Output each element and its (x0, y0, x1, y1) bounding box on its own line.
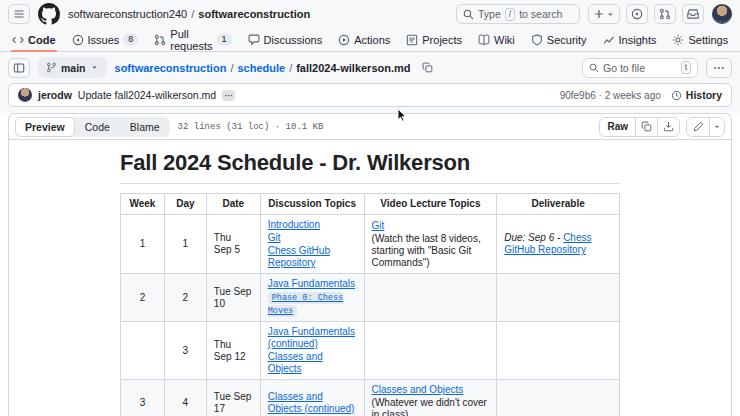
video-cell (364, 322, 497, 380)
tab-label: Code (28, 34, 56, 46)
table-row: 11Thu Sep 5IntroductionGitChess GitHub R… (121, 215, 620, 274)
schedule-table: WeekDayDateDiscussion TopicsVideo Lectur… (120, 193, 620, 416)
raw-button[interactable]: Raw (600, 118, 635, 136)
video-cell (364, 274, 497, 322)
file-actions: Raw (599, 117, 725, 137)
global-header: softwareconstruction240 / softwareconstr… (0, 0, 740, 28)
copy-icon (641, 121, 652, 132)
history-link[interactable]: History (671, 89, 722, 101)
edit-file-button[interactable] (687, 118, 709, 136)
issues-button[interactable] (626, 4, 648, 24)
tab-label: Security (547, 34, 587, 46)
context-org-link[interactable]: softwareconstruction240 (68, 8, 187, 20)
tab-label: Settings (688, 34, 728, 46)
chevron-down-icon (713, 123, 721, 131)
tab-preview[interactable]: Preview (15, 117, 75, 137)
tab-actions[interactable]: Actions (330, 28, 398, 51)
tab-wiki[interactable]: Wiki (470, 28, 523, 51)
date-cell: Thu Sep 12 (206, 322, 260, 380)
column-header: Video Lecture Topics (364, 194, 497, 215)
tab-label: Issues (88, 34, 120, 46)
create-button[interactable] (588, 4, 620, 24)
breadcrumb-file-name: fall2024-wilkerson.md (296, 62, 410, 74)
github-logo-icon[interactable] (38, 3, 60, 25)
doc-link[interactable]: Classes and Objects (268, 351, 323, 374)
markdown-preview: Fall 2024 Schedule - Dr. Wilkerson WeekD… (9, 140, 731, 416)
global-search-input[interactable]: Type / to search (456, 4, 580, 24)
pr-icon (659, 8, 671, 20)
tab-code[interactable]: Code (4, 28, 64, 51)
doc-link[interactable]: Java Fundamentals (268, 278, 355, 289)
file-view: PreviewCodeBlame 32 lines (31 loc) · 10.… (8, 113, 732, 416)
copy-path-button[interactable] (419, 58, 437, 78)
column-header: Discussion Topics (260, 194, 364, 215)
tab-label: Insights (619, 34, 657, 46)
shield-icon (531, 34, 543, 46)
tab-projects[interactable]: Projects (398, 28, 470, 51)
edit-button-group (686, 117, 725, 137)
commit-author-link[interactable]: jerodw (38, 89, 72, 101)
file-stats: 32 lines (31 loc) · 10.1 KB (178, 122, 324, 132)
tab-label: Pull requests (170, 28, 212, 52)
commit-message-link[interactable]: Update fall2024-wilkerson.md (78, 89, 216, 101)
breadcrumb-separator: / (289, 62, 292, 74)
context-repo-link[interactable]: softwareconstruction (198, 8, 310, 20)
comment-icon (248, 34, 260, 46)
breadcrumb-link[interactable]: schedule (237, 62, 285, 74)
header-actions (588, 4, 704, 24)
day-cell: 2 (164, 274, 206, 322)
deliverable-cell (497, 322, 620, 380)
file-header-band: main softwareconstruction/schedule/fall2… (0, 52, 740, 113)
table-row: 34Tue Sep 17Classes and Objects (continu… (121, 380, 620, 416)
download-icon (663, 121, 674, 132)
doc-link[interactable]: Java Fundamentals (continued) (268, 326, 355, 349)
tab-issues[interactable]: Issues8 (64, 28, 147, 51)
doc-link[interactable]: Chess GitHub Repository (268, 245, 330, 268)
copy-raw-button[interactable] (635, 118, 657, 136)
pull-requests-button[interactable] (654, 4, 676, 24)
tab-security[interactable]: Security (523, 28, 595, 51)
commit-author-avatar[interactable] (18, 88, 32, 102)
tab-discussions[interactable]: Discussions (240, 28, 331, 51)
discussion-cell: IntroductionGitChess GitHub Repository (260, 215, 364, 274)
breadcrumb-link[interactable]: softwareconstruction (115, 62, 227, 74)
tab-code[interactable]: Code (75, 117, 120, 137)
doc-code-link[interactable]: Phase 0: Chess Moves (268, 292, 343, 317)
doc-link[interactable]: Git (372, 220, 385, 231)
week-cell (121, 322, 165, 380)
hamburger-icon (13, 8, 25, 20)
commit-meta[interactable]: 90fe9b6 · 2 weeks ago (560, 90, 661, 101)
side-panel-toggle-button[interactable] (8, 58, 30, 78)
video-cell: Classes and Objects(Whatever we didn't c… (364, 380, 497, 416)
doc-text: (Watch the last 8 videos, starting with … (372, 233, 481, 268)
discussion-cell: Classes and Objects (continued) (260, 380, 364, 416)
hamburger-menu-button[interactable] (8, 4, 30, 24)
goto-file-input[interactable]: Go to file t (582, 58, 698, 78)
table-row: 22Tue Sep 10Java FundamentalsPhase 0: Ch… (121, 274, 620, 322)
user-avatar[interactable] (712, 4, 732, 24)
doc-link[interactable]: Classes and Objects (372, 384, 464, 395)
doc-link[interactable]: Introduction (268, 219, 320, 230)
gear-icon (672, 34, 684, 46)
edit-options-button[interactable] (709, 118, 724, 136)
tab-insights[interactable]: Insights (595, 28, 665, 51)
issue-icon (631, 8, 643, 20)
more-options-button[interactable] (706, 58, 732, 78)
history-clock-icon (671, 90, 682, 101)
tab-blame[interactable]: Blame (120, 117, 170, 137)
column-header: Week (121, 194, 165, 215)
kebab-horizontal-icon (713, 62, 725, 74)
tab-settings[interactable]: Settings (664, 28, 736, 51)
pencil-icon (693, 121, 704, 132)
date-cell: Tue Sep 17 (206, 380, 260, 416)
branch-selector-button[interactable]: main (38, 57, 107, 78)
commit-description-toggle[interactable] (222, 90, 235, 101)
goto-file-placeholder: Go to file (603, 62, 645, 74)
graph-icon (603, 34, 615, 46)
inbox-button[interactable] (682, 4, 704, 24)
tab-label: Projects (422, 34, 462, 46)
download-raw-button[interactable] (657, 118, 679, 136)
tab-pull-requests[interactable]: Pull requests1 (146, 28, 239, 51)
doc-link[interactable]: Git (268, 232, 281, 243)
doc-link[interactable]: Classes and Objects (continued) (268, 391, 355, 414)
